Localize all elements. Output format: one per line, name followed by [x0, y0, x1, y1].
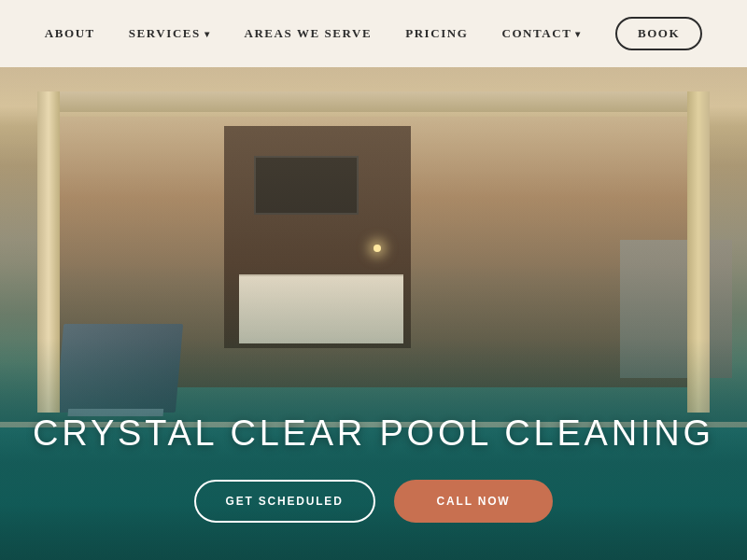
navbar: ABOUT SERVICES ▾ AREAS WE SERVE PRICING …: [0, 0, 747, 67]
hero-section: CRYSTAL CLEAR POOL CLEANING GET SCHEDULE…: [0, 67, 747, 560]
nav-about[interactable]: ABOUT: [45, 26, 95, 41]
contact-chevron-icon: ▾: [575, 29, 582, 39]
services-chevron-icon: ▾: [204, 29, 211, 39]
ceiling-beam: [37, 91, 710, 111]
book-button[interactable]: BOOK: [615, 17, 702, 50]
hero-content: CRYSTAL CLEAR POOL CLEANING GET SCHEDULE…: [0, 338, 747, 560]
call-now-button[interactable]: CALL NOW: [394, 480, 554, 523]
hero-buttons: GET SCHEDULED CALL NOW: [194, 480, 554, 523]
hero-title: CRYSTAL CLEAR POOL CLEANING: [33, 413, 714, 454]
nav-contact[interactable]: CONTACT ▾: [501, 26, 582, 41]
nav-areas[interactable]: AREAS WE SERVE: [244, 26, 372, 41]
nav-services[interactable]: SERVICES ▾: [129, 26, 211, 41]
get-scheduled-button[interactable]: GET SCHEDULED: [194, 480, 375, 523]
nav-pricing[interactable]: PRICING: [405, 26, 468, 41]
